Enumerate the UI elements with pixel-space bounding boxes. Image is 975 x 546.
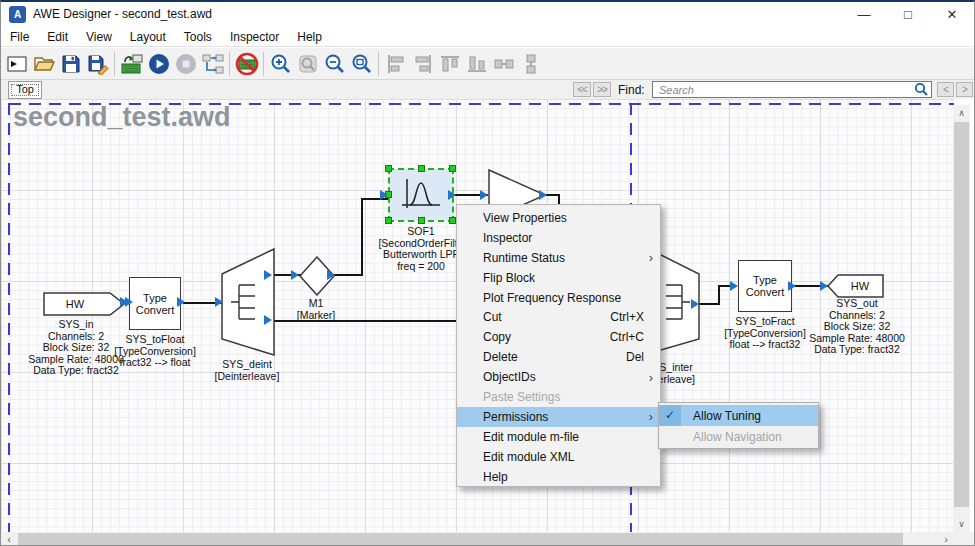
- toolbar-separator: [229, 52, 230, 76]
- block-sys-out[interactable]: HW: [827, 274, 885, 298]
- align-left-button[interactable]: [382, 50, 409, 77]
- menu-item-edit-module-m-file[interactable]: Edit module m-file: [457, 427, 660, 447]
- menu-item-plot-frequency-response[interactable]: Plot Frequency Response: [457, 288, 660, 308]
- block-caption: SYS_outChannels: 2Block Size: 32Sample R…: [797, 298, 917, 356]
- horizontal-scrollbar-thumb[interactable]: [18, 533, 903, 546]
- output-pin: [448, 190, 456, 200]
- menu-item-edit-module-xml[interactable]: Edit module XML: [457, 447, 660, 467]
- menu-view[interactable]: View: [77, 28, 121, 46]
- block-sof1[interactable]: [389, 169, 453, 221]
- menu-item-flip-block[interactable]: Flip Block: [457, 268, 660, 288]
- save-as-button[interactable]: [84, 50, 111, 77]
- vertical-scrollbar[interactable]: ∧ ∨: [953, 105, 970, 532]
- block-sys-deint[interactable]: [221, 247, 275, 359]
- output-pin: [539, 190, 547, 200]
- selection-handle[interactable]: [449, 217, 456, 224]
- input-pin: [125, 297, 133, 307]
- menu-item-delete[interactable]: DeleteDel: [457, 347, 660, 367]
- find-prev-button[interactable]: <: [937, 82, 954, 97]
- page-border-top: [9, 103, 954, 105]
- block-sys-in[interactable]: HW: [43, 292, 125, 316]
- window-title: AWE Designer - second_test.awd: [33, 7, 212, 21]
- selection-handle[interactable]: [418, 165, 425, 172]
- wire[interactable]: [698, 303, 720, 305]
- zoom-window-button[interactable]: [294, 50, 321, 77]
- open-file-button[interactable]: [30, 50, 57, 77]
- menu-item-view-properties[interactable]: View Properties: [457, 208, 660, 228]
- minimize-button[interactable]: —: [842, 2, 886, 28]
- output-pin: [691, 299, 699, 309]
- block-sys-tofloat[interactable]: Type Convert: [129, 277, 181, 330]
- close-button[interactable]: ✕: [930, 2, 974, 28]
- zoom-fit-button[interactable]: [348, 50, 375, 77]
- menu-help[interactable]: Help: [288, 28, 331, 46]
- align-right-button[interactable]: [409, 50, 436, 77]
- find-forward-button[interactable]: >>: [593, 82, 611, 97]
- scroll-left-icon[interactable]: ‹: [1, 532, 17, 546]
- menu-bar: FileEditViewLayoutToolsInspectorHelp: [1, 28, 974, 47]
- input-pin: [380, 190, 388, 200]
- submenu-arrow-icon: ›: [649, 370, 653, 385]
- selection-handle[interactable]: [418, 217, 425, 224]
- play-button[interactable]: [145, 50, 172, 77]
- menu-item-copy[interactable]: CopyCtrl+C: [457, 327, 660, 347]
- context-menu: View Properties Inspector Runtime Status…: [456, 204, 661, 487]
- propagate-changes-button[interactable]: [199, 50, 226, 77]
- align-top-button[interactable]: [436, 50, 463, 77]
- svg-text:HW: HW: [66, 298, 85, 310]
- zoom-in-button[interactable]: [267, 50, 294, 77]
- output-pin: [264, 270, 272, 280]
- halt-hardware-button[interactable]: [233, 50, 260, 77]
- title-bar: A AWE Designer - second_test.awd — □ ✕: [1, 2, 974, 28]
- menu-item-help[interactable]: Help: [457, 467, 660, 487]
- search-input[interactable]: [652, 81, 932, 98]
- find-back-button[interactable]: <<: [573, 82, 591, 97]
- connect-horizontal-button[interactable]: [490, 50, 517, 77]
- menu-edit[interactable]: Edit: [38, 28, 77, 46]
- menu-item-permissions[interactable]: Permissions›: [457, 407, 660, 427]
- selection-handle[interactable]: [385, 217, 392, 224]
- menu-tools[interactable]: Tools: [175, 28, 221, 46]
- save-button[interactable]: [57, 50, 84, 77]
- selection-handle[interactable]: [449, 165, 456, 172]
- input-pin: [291, 270, 299, 280]
- menu-item-runtime-status[interactable]: Runtime Status›: [457, 248, 660, 268]
- horizontal-scrollbar[interactable]: ‹ ›: [1, 532, 954, 546]
- submenu-arrow-icon: ›: [649, 250, 653, 265]
- connect-vertical-button[interactable]: [517, 50, 544, 77]
- maximize-button[interactable]: □: [886, 2, 930, 28]
- toolbar: [1, 48, 974, 80]
- input-pin: [820, 281, 828, 291]
- menu-item-cut[interactable]: CutCtrl+X: [457, 307, 660, 327]
- submenu-item-allow-tuning[interactable]: ✓Allow Tuning: [659, 405, 818, 426]
- menu-item-inspector[interactable]: Inspector: [457, 228, 660, 248]
- block-caption: SYS_deint[Deinterleave]: [187, 359, 307, 382]
- new-layout-button[interactable]: [3, 50, 30, 77]
- menu-file[interactable]: File: [1, 28, 38, 46]
- menu-layout[interactable]: Layout: [121, 28, 175, 46]
- scroll-down-icon[interactable]: ∨: [953, 516, 970, 532]
- scroll-up-icon[interactable]: ∧: [953, 105, 970, 121]
- align-bottom-button[interactable]: [463, 50, 490, 77]
- shortcut: Ctrl+C: [610, 330, 644, 344]
- tab-top[interactable]: Top: [8, 81, 42, 99]
- find-next-button[interactable]: >: [956, 82, 973, 97]
- shortcut: Del: [626, 350, 644, 364]
- block-sys-tofract[interactable]: Type Convert: [738, 260, 792, 312]
- vertical-scrollbar-thumb[interactable]: [954, 122, 969, 507]
- input-pin: [215, 297, 223, 307]
- zoom-out-button[interactable]: [321, 50, 348, 77]
- wire[interactable]: [718, 286, 720, 305]
- svg-text:HW: HW: [851, 280, 870, 292]
- menu-inspector[interactable]: Inspector: [221, 28, 288, 46]
- stop-button[interactable]: [172, 50, 199, 77]
- menu-item-objectids[interactable]: ObjectIDs›: [457, 367, 660, 387]
- find-label: Find:: [618, 83, 645, 97]
- diagram-canvas[interactable]: second_test.awd HW SYS_inChannels: 2Bloc…: [1, 99, 954, 532]
- build-and-connect-button[interactable]: [118, 50, 145, 77]
- toolbar-separator: [378, 52, 379, 76]
- output-pin: [264, 315, 272, 325]
- submenu-arrow-icon: ›: [649, 409, 653, 424]
- search-icon[interactable]: [914, 82, 928, 96]
- selection-handle[interactable]: [385, 165, 392, 172]
